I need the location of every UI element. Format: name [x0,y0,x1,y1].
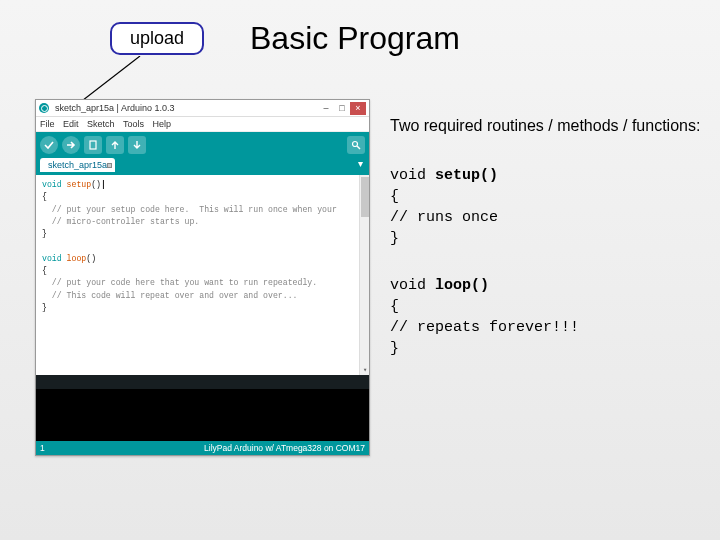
comment-line: // put your setup code here. This will r… [42,205,337,214]
code-editor[interactable]: void setup()| { // put your setup code h… [36,175,369,375]
sketch-tab[interactable]: sketch_apr15a [40,158,115,172]
upload-callout-label: upload [130,28,184,48]
arduino-logo-icon [39,103,49,113]
menu-help[interactable]: Help [152,119,171,129]
menu-tools[interactable]: Tools [123,119,144,129]
menu-sketch[interactable]: Sketch [87,119,115,129]
scrollbar-thumb[interactable] [361,177,369,217]
minimize-button[interactable]: – [318,102,334,115]
svg-rect-1 [90,141,96,149]
check-icon [44,140,54,150]
window-title: sketch_apr15a | Arduino 1.0.3 [55,103,318,113]
comment-line: // put your code here that you want to r… [42,278,317,287]
text-cursor: | [101,180,106,189]
page-title: Basic Program [250,20,460,57]
fn: loop [67,254,87,263]
comment-runs-once: // runs once [390,209,498,226]
kw: void [42,180,67,189]
code-line: { [42,266,47,275]
loop-codeblock: void loop() { // repeats forever!!! } [390,275,705,359]
verify-button[interactable] [40,136,58,154]
upload-button[interactable] [62,136,80,154]
menu-edit[interactable]: Edit [63,119,79,129]
code-line: { [42,192,47,201]
paren: () [86,254,96,263]
code-line: } [42,229,47,238]
fn-setup: setup() [435,167,498,184]
statusbar: 1 LilyPad Arduino w/ ATmega328 on COM17 [36,441,369,455]
explanation-panel: Two required routines / methods / functi… [390,115,705,385]
close-button[interactable]: × [350,102,366,115]
magnifier-icon [351,140,361,150]
maximize-button[interactable]: □ [334,102,350,115]
kw: void [42,254,67,263]
arrow-up-icon [110,140,120,150]
kw-void: void [390,167,435,184]
editor-scrollbar[interactable]: ▴ ▾ [359,175,369,375]
line-number: 1 [40,443,45,453]
arduino-ide-window: sketch_apr15a | Arduino 1.0.3 – □ × File… [35,99,370,456]
message-area [36,375,369,389]
intro-text: Two required routines / methods / functi… [390,115,705,137]
scroll-down-icon[interactable]: ▾ [360,365,370,375]
upload-callout: upload [110,22,204,55]
arrow-right-icon [66,140,76,150]
svg-point-2 [353,142,358,147]
brace-open: { [390,188,399,205]
open-button[interactable] [106,136,124,154]
brace-close: } [390,340,399,357]
serial-monitor-button[interactable] [347,136,365,154]
save-button[interactable] [128,136,146,154]
menu-file[interactable]: File [40,119,55,129]
board-info: LilyPad Arduino w/ ATmega328 on COM17 [204,443,365,453]
code-line: } [42,303,47,312]
comment-line: // micro-controller starts up. [42,217,199,226]
fn-loop: loop() [435,277,489,294]
file-icon [88,140,98,150]
brace-close: } [390,230,399,247]
comment-repeats: // repeats forever!!! [390,319,579,336]
sketch-tab-label: sketch_apr15a [48,160,107,170]
brace-open: { [390,298,399,315]
toolbar [36,132,369,158]
tab-menu-button[interactable]: ▾ [358,158,363,169]
svg-line-3 [357,146,360,149]
fn: setup [67,180,92,189]
setup-codeblock: void setup() { // runs once } [390,165,705,249]
window-titlebar: sketch_apr15a | Arduino 1.0.3 – □ × [36,100,369,117]
console-area [36,389,369,441]
arrow-down-icon [132,140,142,150]
kw-void: void [390,277,435,294]
tab-row: sketch_apr15a ▾ [36,158,369,175]
menubar: File Edit Sketch Tools Help [36,117,369,132]
new-button[interactable] [84,136,102,154]
paren: () [91,180,101,189]
comment-line: // This code will repeat over and over a… [42,291,298,300]
